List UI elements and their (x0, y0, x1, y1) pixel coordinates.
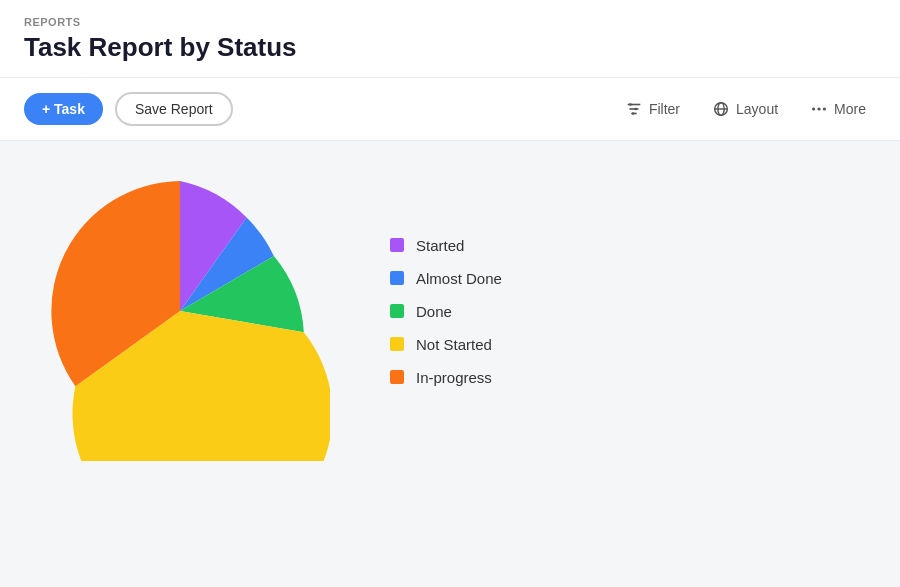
more-action[interactable]: More (800, 94, 876, 124)
legend-item: Almost Done (390, 270, 502, 287)
legend-item-label: Almost Done (416, 270, 502, 287)
legend-item: In-progress (390, 369, 502, 386)
legend-color-dot (390, 370, 404, 384)
filter-label: Filter (649, 101, 680, 117)
legend-item-label: Not Started (416, 336, 492, 353)
layout-icon (712, 100, 730, 118)
svg-point-3 (629, 103, 632, 106)
chart-legend: StartedAlmost DoneDoneNot StartedIn-prog… (390, 237, 502, 386)
layout-label: Layout (736, 101, 778, 117)
svg-point-11 (823, 107, 826, 110)
legend-item-label: Done (416, 303, 452, 320)
svg-point-10 (817, 107, 820, 110)
save-report-button[interactable]: Save Report (115, 92, 233, 126)
svg-point-9 (812, 107, 815, 110)
content-area: StartedAlmost DoneDoneNot StartedIn-prog… (0, 141, 900, 481)
svg-point-5 (632, 112, 635, 115)
legend-color-dot (390, 337, 404, 351)
legend-color-dot (390, 238, 404, 252)
add-task-button[interactable]: + Task (24, 93, 103, 125)
reports-breadcrumb: REPORTS (24, 16, 876, 28)
legend-color-dot (390, 304, 404, 318)
legend-item: Started (390, 237, 502, 254)
pie-chart-svg (30, 161, 330, 461)
legend-item-label: In-progress (416, 369, 492, 386)
filter-action[interactable]: Filter (615, 94, 690, 124)
page-title: Task Report by Status (24, 32, 876, 63)
legend-item: Not Started (390, 336, 502, 353)
layout-action[interactable]: Layout (702, 94, 788, 124)
legend-color-dot (390, 271, 404, 285)
svg-point-4 (634, 108, 637, 111)
legend-item-label: Started (416, 237, 464, 254)
filter-icon (625, 100, 643, 118)
toolbar: + Task Save Report Filter Layout (0, 78, 900, 141)
legend-item: Done (390, 303, 502, 320)
page-header: REPORTS Task Report by Status (0, 0, 900, 78)
more-label: More (834, 101, 866, 117)
more-icon (810, 100, 828, 118)
pie-chart (30, 161, 330, 461)
